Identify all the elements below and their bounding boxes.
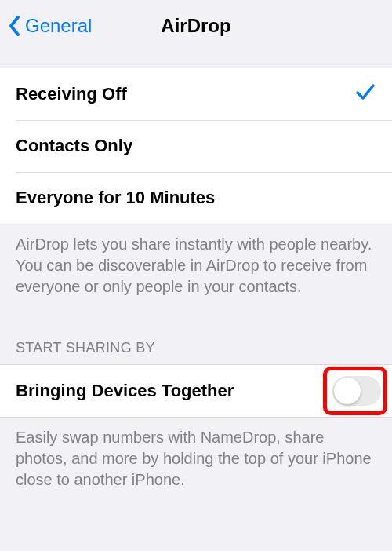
toggle-wrap [332, 376, 381, 406]
bringing-devices-together-toggle[interactable] [332, 376, 381, 406]
sharing-footer: Easily swap numbers with NameDrop, share… [0, 418, 392, 491]
toggle-knob [334, 378, 361, 404]
option-contacts-only[interactable]: Contacts Only [0, 120, 392, 172]
back-label: General [25, 15, 92, 37]
sharing-group: Bringing Devices Together [0, 364, 392, 418]
option-label: Everyone for 10 Minutes [16, 188, 215, 208]
checkmark-icon [354, 81, 376, 108]
bringing-devices-together-row[interactable]: Bringing Devices Together [0, 365, 392, 417]
row-label: Bringing Devices Together [16, 381, 234, 401]
option-everyone-10-minutes[interactable]: Everyone for 10 Minutes [0, 172, 392, 224]
nav-bar: General AirDrop [0, 0, 392, 52]
discoverability-group: Receiving Off Contacts Only Everyone for… [0, 68, 392, 224]
chevron-left-icon [8, 15, 22, 37]
option-receiving-off[interactable]: Receiving Off [0, 68, 392, 120]
sharing-header: START SHARING BY [0, 340, 392, 364]
back-button[interactable]: General [0, 15, 92, 37]
option-label: Receiving Off [16, 84, 127, 104]
discoverability-footer: AirDrop lets you share instantly with pe… [0, 224, 392, 297]
option-label: Contacts Only [16, 136, 132, 156]
